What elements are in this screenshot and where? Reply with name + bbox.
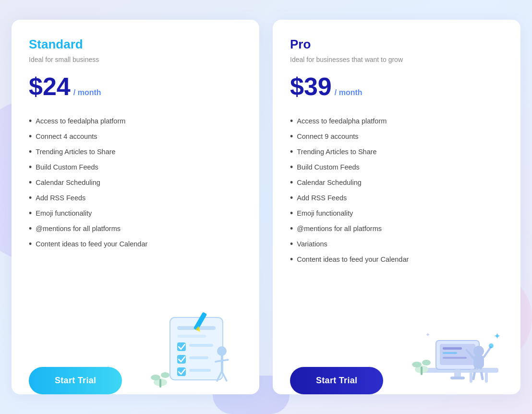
feature-text: Calendar Scheduling <box>36 179 100 186</box>
plan-price: $39 / month <box>290 74 503 99</box>
feature-item: Calendar Scheduling <box>290 175 503 190</box>
feature-text: Add RSS Feeds <box>36 194 85 202</box>
features-list: Access to feedalpha platform Connect 9 a… <box>290 113 503 313</box>
feature-text: Access to feedalpha platform <box>297 117 387 125</box>
svg-point-17 <box>151 375 160 380</box>
feature-item: Emoji functionality <box>29 206 242 221</box>
start-trial-button[interactable]: Start Trial <box>290 367 383 394</box>
feature-text: Connect 4 accounts <box>36 133 97 140</box>
card-footer: Start Trial <box>290 327 503 394</box>
svg-rect-26 <box>454 369 461 377</box>
plan-price: $24 / month <box>29 74 242 99</box>
feature-item: Content ideas to feed your Calendar <box>290 252 503 267</box>
feature-text: Access to feedalpha platform <box>36 117 125 125</box>
svg-text:✦: ✦ <box>425 331 430 338</box>
feature-item: Emoji functionality <box>290 206 503 221</box>
feature-item: Content ideas to feed your Calendar <box>29 236 242 252</box>
feature-text: @mentions for all platforms <box>297 225 382 232</box>
pricing-card-pro: Pro Ideal for businesses that want to gr… <box>273 20 520 394</box>
feature-text: Add RSS Feeds <box>297 194 347 202</box>
feature-item: Access to feedalpha platform <box>29 113 242 129</box>
price-amount: $39 <box>290 74 332 99</box>
pricing-card-standard: Standard Ideal for small business $24 / … <box>12 20 259 394</box>
svg-rect-36 <box>470 372 472 383</box>
svg-rect-24 <box>443 352 457 354</box>
features-list: Access to feedalpha platform Connect 4 a… <box>29 113 242 313</box>
svg-text:✦: ✦ <box>494 331 501 341</box>
feature-item: Add RSS Feeds <box>29 190 242 206</box>
feature-text: Build Custom Feeds <box>36 163 98 171</box>
svg-rect-25 <box>443 357 467 359</box>
feature-item: @mentions for all platforms <box>29 221 242 236</box>
feature-item: Add RSS Feeds <box>290 190 503 206</box>
plan-name: Standard <box>29 37 242 52</box>
feature-item: Trending Articles to Share <box>29 144 242 159</box>
feature-text: Emoji functionality <box>297 209 353 217</box>
feature-text: Content ideas to feed your Calendar <box>36 240 147 248</box>
illustration-pro: ✦ ✦ <box>402 308 508 394</box>
svg-rect-23 <box>443 347 462 350</box>
feature-text: Variations <box>297 240 327 248</box>
svg-rect-2 <box>177 335 206 338</box>
illustration-standard <box>141 308 247 394</box>
price-period: / month <box>335 88 363 97</box>
feature-item: Access to feedalpha platform <box>290 113 503 129</box>
feature-text: Trending Articles to Share <box>36 148 115 156</box>
feature-item: Variations <box>290 236 503 252</box>
feature-text: Calendar Scheduling <box>297 179 362 186</box>
svg-rect-19 <box>159 379 161 388</box>
feature-text: Trending Articles to Share <box>297 148 376 156</box>
svg-rect-37 <box>485 372 488 383</box>
svg-rect-27 <box>450 377 465 379</box>
feature-text: Connect 9 accounts <box>297 133 358 140</box>
card-footer: Start Trial <box>29 327 242 394</box>
feature-item: @mentions for all platforms <box>290 221 503 236</box>
feature-item: Connect 4 accounts <box>29 129 242 144</box>
plan-name: Pro <box>290 37 503 52</box>
svg-rect-35 <box>470 369 488 372</box>
svg-point-11 <box>217 346 227 356</box>
svg-rect-6 <box>189 344 213 347</box>
svg-rect-8 <box>189 369 211 372</box>
feature-item: Build Custom Feeds <box>29 159 242 175</box>
plan-tagline: Ideal for small business <box>29 56 242 63</box>
start-trial-button[interactable]: Start Trial <box>29 367 122 394</box>
feature-text: Build Custom Feeds <box>297 163 360 171</box>
price-period: / month <box>73 88 101 97</box>
svg-point-18 <box>161 372 169 378</box>
svg-rect-28 <box>473 355 484 368</box>
feature-text: Emoji functionality <box>36 209 92 217</box>
svg-point-29 <box>473 346 484 356</box>
feature-item: Connect 9 accounts <box>290 129 503 144</box>
svg-point-40 <box>422 360 431 365</box>
plan-tagline: Ideal for businesses that want to grow <box>290 56 503 63</box>
feature-text: Content ideas to feed your Calendar <box>297 256 409 263</box>
feature-text: @mentions for all platforms <box>36 225 121 232</box>
svg-line-31 <box>484 347 491 357</box>
price-amount: $24 <box>29 74 71 99</box>
feature-item: Calendar Scheduling <box>29 175 242 190</box>
pricing-container: Standard Ideal for small business $24 / … <box>12 20 520 394</box>
svg-point-39 <box>412 362 422 367</box>
feature-item: Trending Articles to Share <box>290 144 503 159</box>
feature-item: Build Custom Feeds <box>290 159 503 175</box>
svg-rect-41 <box>421 366 423 375</box>
svg-rect-7 <box>189 356 208 359</box>
svg-point-32 <box>489 343 494 348</box>
